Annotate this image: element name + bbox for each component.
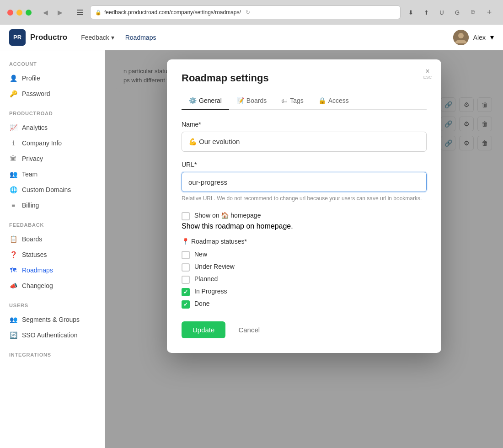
- sidebar-section-account: ACCOUNT 👤 Profile 🔑 Password: [0, 61, 105, 101]
- tags-tab-icon: 🏷: [281, 97, 288, 104]
- sidebar-label-statuses: Statuses: [22, 251, 47, 258]
- access-tab-label: Access: [328, 97, 349, 104]
- tab-access[interactable]: 🔒 Access: [311, 93, 356, 110]
- statuses-icon: ❓: [9, 251, 17, 259]
- status-checkbox-new[interactable]: [182, 251, 190, 259]
- tab-boards[interactable]: 📝 Boards: [229, 93, 274, 110]
- browser-tools: ⬇ ⬆ U G ⧉: [404, 6, 479, 19]
- tab-general[interactable]: ⚙️ General: [182, 93, 229, 110]
- sidebar-item-custom-domains[interactable]: 🌐 Custom Domains: [0, 182, 105, 197]
- refresh-icon[interactable]: ↻: [246, 9, 250, 16]
- url-label: URL*: [182, 161, 427, 168]
- homepage-checkbox-row: Show on 🏠 homepage Show this roadmap on …: [182, 212, 427, 230]
- name-field: Name*: [182, 121, 427, 152]
- nav-feedback[interactable]: Feedback ▾: [76, 31, 118, 44]
- sidebar-section-title-productroad: PRODUCTROAD: [0, 111, 105, 120]
- update-button[interactable]: Update: [182, 321, 225, 338]
- name-label: Name*: [182, 121, 427, 128]
- maximize-traffic-light[interactable]: [26, 10, 32, 16]
- status-row-new: New: [182, 251, 427, 259]
- nav-feedback-label: Feedback: [81, 34, 109, 41]
- app-header: PR Productro Feedback ▾ Roadmaps Alex ▾: [0, 25, 503, 50]
- url-input[interactable]: [182, 172, 427, 192]
- logo-text: PR: [13, 34, 21, 41]
- add-tab-button[interactable]: +: [483, 6, 496, 19]
- svg-point-4: [458, 33, 464, 38]
- sidebar-item-team[interactable]: 👥 Team: [0, 166, 105, 182]
- share-button[interactable]: ⬆: [420, 6, 433, 19]
- sidebar-item-company-info[interactable]: ℹ Company Info: [0, 135, 105, 151]
- address-bar[interactable]: 🔒 feedback.productroad.com/company/setti…: [90, 5, 401, 19]
- forward-button[interactable]: ▶: [54, 6, 66, 19]
- svg-rect-0: [77, 10, 83, 11]
- user-icon: 👤: [9, 74, 17, 82]
- modal-close-button[interactable]: × ESC: [421, 67, 434, 80]
- sidebar-item-segments[interactable]: 👥 Segments & Groups: [0, 312, 105, 327]
- sidebar-item-roadmaps[interactable]: 🗺 Roadmaps: [0, 262, 105, 278]
- sidebar-label-team: Team: [22, 171, 37, 178]
- sidebar-label-changelog: Changelog: [22, 282, 53, 289]
- download-button[interactable]: ⬇: [404, 6, 417, 19]
- nav-roadmaps[interactable]: Roadmaps: [121, 31, 161, 44]
- sidebar-item-changelog[interactable]: 📣 Changelog: [0, 278, 105, 293]
- sidebar-label-company-info: Company Info: [22, 139, 62, 147]
- app-name: Productro: [30, 33, 67, 42]
- domains-icon: 🌐: [9, 186, 17, 194]
- sidebar-section-productroad: PRODUCTROAD 📈 Analytics ℹ Company Info 🏛…: [0, 111, 105, 213]
- sidebar-label-custom-domains: Custom Domains: [22, 186, 71, 193]
- access-tab-icon: 🔒: [318, 97, 326, 104]
- status-checkbox-in-progress[interactable]: [182, 288, 190, 296]
- minimize-traffic-light[interactable]: [16, 10, 22, 16]
- sidebar-label-analytics: Analytics: [22, 124, 48, 131]
- sidebar-label-billing: Billing: [22, 202, 39, 209]
- info-icon: ℹ: [9, 139, 17, 147]
- sidebar-section-title-feedaback: FEEDABACK: [0, 222, 105, 231]
- status-row-in-progress: In Progress: [182, 288, 427, 296]
- sidebar-item-statuses[interactable]: ❓ Statuses: [0, 247, 105, 262]
- close-traffic-light[interactable]: [7, 10, 13, 16]
- sidebar-item-billing[interactable]: ≡ Billing: [0, 197, 105, 213]
- sidebar-item-boards[interactable]: 📋 Boards: [0, 231, 105, 247]
- cancel-button[interactable]: Cancel: [231, 321, 267, 338]
- form-actions: Update Cancel: [182, 321, 427, 338]
- sidebar-label-profile: Profile: [22, 75, 40, 82]
- sidebar-label-password: Password: [22, 90, 50, 97]
- account-button[interactable]: U: [435, 6, 448, 19]
- homepage-checkbox[interactable]: [182, 212, 190, 220]
- sidebar-section-title-users: USERS: [0, 303, 105, 312]
- header-nav: Feedback ▾ Roadmaps: [76, 31, 161, 44]
- modal-title: Roadmap settings: [182, 72, 427, 84]
- boards-tab-label: Boards: [246, 97, 267, 104]
- status-label-under-review: Under Review: [194, 263, 235, 270]
- traffic-lights: [7, 10, 32, 16]
- roadmap-settings-modal: Roadmap settings × ESC ⚙️ General 📝: [167, 59, 441, 353]
- extension-button[interactable]: G: [451, 6, 464, 19]
- url-field: URL* Relative URL. We do not recommend t…: [182, 161, 427, 203]
- svg-rect-1: [77, 12, 83, 13]
- sidebar-item-profile[interactable]: 👤 Profile: [0, 70, 105, 86]
- new-tab-button[interactable]: ⧉: [466, 6, 479, 19]
- roadmaps-icon: 🗺: [9, 266, 17, 274]
- sidebar-label-privacy: Privacy: [22, 155, 43, 162]
- sidebar-item-privacy[interactable]: 🏛 Privacy: [0, 151, 105, 166]
- user-dropdown-icon[interactable]: ▾: [490, 33, 494, 42]
- status-label-done: Done: [194, 300, 209, 307]
- tab-tags[interactable]: 🏷 Tags: [274, 93, 311, 110]
- sidebar-item-analytics[interactable]: 📈 Analytics: [0, 120, 105, 135]
- name-input[interactable]: [182, 132, 427, 152]
- status-checkbox-planned[interactable]: [182, 276, 190, 284]
- sidebar-toggle-button[interactable]: [74, 6, 86, 19]
- general-tab-icon: ⚙️: [189, 97, 197, 104]
- status-row-planned: Planned: [182, 275, 427, 284]
- back-button[interactable]: ◀: [39, 6, 52, 19]
- modal-overlay: Roadmap settings × ESC ⚙️ General 📝: [105, 50, 503, 448]
- sidebar-label-roadmaps: Roadmaps: [22, 267, 53, 274]
- status-checkbox-under-review[interactable]: [182, 263, 190, 272]
- status-checkbox-done[interactable]: [182, 300, 190, 309]
- general-tab-label: General: [199, 97, 222, 104]
- sidebar-item-sso[interactable]: 🔄 SSO Authentication: [0, 327, 105, 343]
- status-label-planned: Planned: [194, 275, 218, 283]
- sidebar-item-password[interactable]: 🔑 Password: [0, 86, 105, 101]
- lock-icon: 🔒: [95, 10, 102, 16]
- key-icon: 🔑: [9, 90, 17, 98]
